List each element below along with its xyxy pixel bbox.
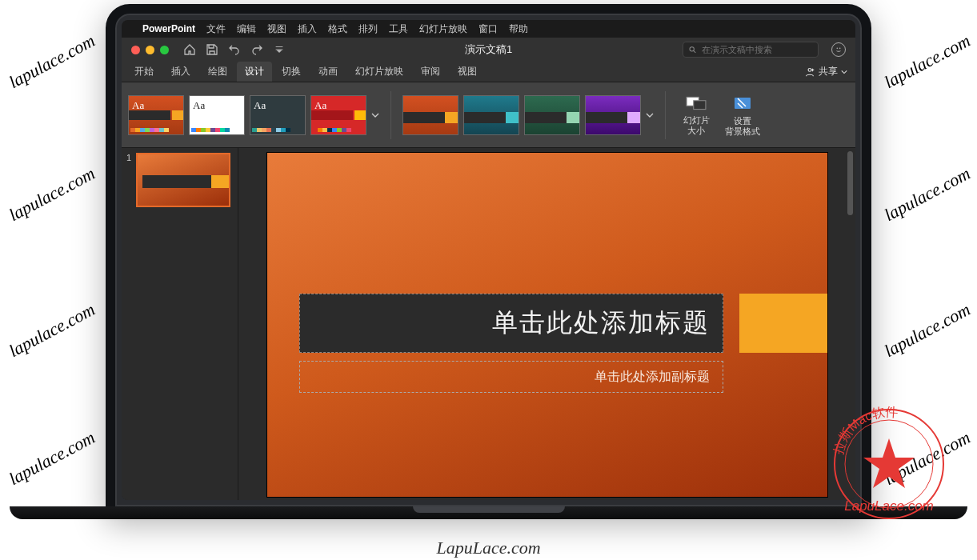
title-placeholder-text: 单击此处添加标题 [492,306,710,341]
menu-arrange[interactable]: 排列 [358,22,378,36]
format-background-icon [732,94,753,113]
slide-thumbnail-item[interactable]: 1 [126,153,233,207]
tab-view[interactable]: 视图 [450,62,485,82]
slide-size-icon [686,94,707,112]
feedback-smiley-icon[interactable] [831,42,846,57]
slide-number: 1 [126,153,133,207]
slide-size-label: 幻灯片 大小 [683,115,710,134]
undo-icon[interactable] [228,43,241,56]
variant-thumb-2[interactable] [524,95,580,135]
screen: PowerPoint 文件 编辑 视图 插入 格式 排列 工具 幻灯片放映 窗口… [122,20,855,500]
laptop-base [10,506,967,519]
format-background-button[interactable]: 设置 背景格式 [723,94,762,135]
tab-design[interactable]: 设计 [237,62,272,82]
redo-icon[interactable] [250,43,263,56]
variant-gallery-expand-icon[interactable] [646,112,654,118]
theme-thumb-2[interactable]: Aa [250,95,306,135]
svg-point-2 [839,48,841,50]
accent-shape [739,294,827,353]
tab-animations[interactable]: 动画 [310,62,346,82]
menu-insert[interactable]: 插入 [298,22,317,36]
traffic-lights [122,46,178,54]
theme-thumb-0[interactable]: Aa [128,95,184,135]
maximize-window-button[interactable] [160,46,169,54]
svg-point-3 [808,68,811,71]
theme-gallery-expand-icon[interactable] [371,112,379,118]
theme-thumb-3[interactable]: Aa [310,95,366,135]
share-label: 共享 [819,65,838,78]
tab-transitions[interactable]: 切换 [274,62,309,82]
variant-gallery [402,95,641,135]
slide-size-button[interactable]: 幻灯片 大小 [677,94,715,134]
tab-slideshow[interactable]: 幻灯片放映 [347,62,411,82]
chevron-down-icon [841,70,847,74]
save-icon[interactable] [206,43,218,56]
laptop-mockup: PowerPoint 文件 编辑 视图 插入 格式 排列 工具 幻灯片放映 窗口… [106,4,871,536]
title-bar: 演示文稿1 [122,38,855,62]
mac-menu-bar: PowerPoint 文件 编辑 视图 插入 格式 排列 工具 幻灯片放映 窗口… [122,20,855,38]
share-icon [804,66,815,78]
theme-gallery: Aa Aa Aa Aa [128,95,366,135]
search-input[interactable] [702,45,813,54]
separator [665,91,666,139]
menu-format[interactable]: 格式 [328,22,347,36]
watermark: lapulace.com [881,163,974,226]
menu-file[interactable]: 文件 [206,22,226,36]
tab-home[interactable]: 开始 [126,62,162,82]
close-window-button[interactable] [131,46,140,54]
subtitle-placeholder-text: 单击此处添加副标题 [595,369,710,386]
search-icon [688,45,697,54]
minimize-window-button[interactable] [146,46,154,54]
vertical-scrollbar[interactable] [844,148,855,500]
menu-tools[interactable]: 工具 [389,22,408,36]
watermark-bottom: LapuLace.com [436,538,540,558]
theme-thumb-1[interactable]: Aa [189,95,245,135]
svg-point-1 [837,48,839,50]
menu-help[interactable]: 帮助 [509,22,528,36]
home-icon[interactable] [183,43,196,56]
watermark: lapulace.com [881,427,974,490]
tab-insert[interactable]: 插入 [163,62,198,82]
workspace: 1 单击此处添加标题 [122,148,855,500]
slide-editor[interactable]: 单击此处添加标题 单击此处添加副标题 [238,148,855,500]
tab-review[interactable]: 审阅 [413,62,448,82]
svg-rect-5 [694,101,706,110]
variant-thumb-3[interactable] [585,95,641,135]
watermark: lapulace.com [6,163,98,226]
subtitle-placeholder[interactable]: 单击此处添加副标题 [299,361,723,393]
variant-thumb-0[interactable] [402,95,458,135]
document-title: 演示文稿1 [465,42,512,57]
menu-edit[interactable]: 编辑 [237,22,256,36]
share-button[interactable]: 共享 [804,65,847,78]
ribbon-design: Aa Aa Aa Aa 幻灯片 大小 [122,82,855,148]
watermark: lapulace.com [881,30,974,93]
customize-qat-icon[interactable] [273,43,286,56]
format-background-label: 设置 背景格式 [725,116,760,135]
watermark: lapulace.com [6,427,98,490]
watermark: lapulace.com [881,299,974,362]
menu-view[interactable]: 视图 [267,22,286,36]
menu-slideshow[interactable]: 幻灯片放映 [419,22,467,36]
variant-thumb-1[interactable] [463,95,519,135]
slide-thumbnail[interactable] [136,153,230,207]
quick-access-toolbar [183,43,286,56]
ribbon-tabs: 开始 插入 绘图 设计 切换 动画 幻灯片放映 审阅 视图 共享 [122,62,855,82]
svg-point-0 [690,47,694,51]
tab-drawing[interactable]: 绘图 [200,62,235,82]
search-box[interactable] [683,42,819,58]
slide-canvas[interactable]: 单击此处添加标题 单击此处添加副标题 [267,153,827,497]
title-placeholder[interactable]: 单击此处添加标题 [299,294,723,353]
watermark: lapulace.com [6,299,98,362]
slide-thumbnails-pane[interactable]: 1 [122,148,238,500]
app-name[interactable]: PowerPoint [142,23,195,34]
watermark: lapulace.com [6,30,98,93]
menu-window[interactable]: 窗口 [478,22,498,36]
separator [390,91,391,139]
